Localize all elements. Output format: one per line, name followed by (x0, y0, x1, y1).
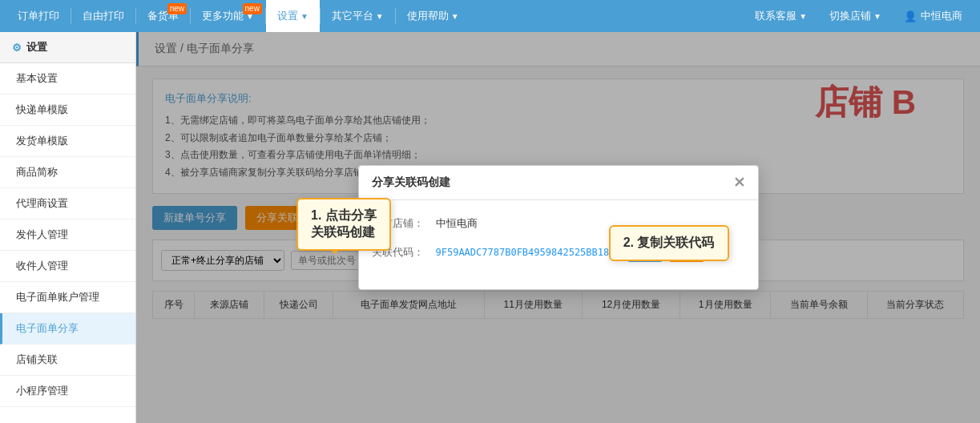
sidebar-item-mini-program[interactable]: 小程序管理 (0, 376, 135, 407)
nav-other-platform[interactable]: 其它平台 ▼ (321, 0, 395, 32)
sidebar: ⚙ 设置 基本设置 快递单模版 发货单模版 商品简称 代理商设置 发件人管理 收… (0, 32, 136, 423)
code-value: 9F59AADC7787B0FB4959842525BB18D2 (436, 247, 621, 258)
modal-title: 分享关联码创建 (372, 175, 450, 190)
nav-stock[interactable]: 备货单 new (136, 0, 190, 32)
sidebar-item-product-alias[interactable]: 商品简称 (0, 157, 135, 188)
modal-dialog: 分享关联码创建 ✕ 当前店铺： 中恒电商 关联代码： 9F59AADC7787B… (358, 165, 759, 290)
stock-badge: new (167, 3, 187, 14)
top-navigation: 订单打印 自由打印 备货单 new 更多功能 new ▼ 设置 ▼ 其它平台 ▼… (0, 0, 980, 32)
cs-chevron: ▼ (799, 12, 807, 21)
sidebar-item-sender[interactable]: 发件人管理 (0, 220, 135, 251)
tooltip-1: 1. 点击分享 关联码创建 (296, 198, 391, 251)
sidebar-item-electronic-account[interactable]: 电子面单账户管理 (0, 282, 135, 313)
nav-user[interactable]: 👤 中恒电商 (893, 0, 974, 32)
nav-free-print[interactable]: 自由打印 (71, 0, 135, 32)
more-badge: new (243, 3, 262, 14)
settings-chevron: ▼ (300, 12, 309, 21)
sidebar-header: ⚙ 设置 (0, 32, 135, 63)
user-icon: 👤 (904, 10, 917, 22)
modal-overlay: 分享关联码创建 ✕ 当前店铺： 中恒电商 关联代码： 9F59AADC7787B… (136, 32, 980, 423)
nav-switch-store[interactable]: 切换店铺 ▼ (818, 0, 893, 32)
nav-order-print[interactable]: 订单打印 (6, 0, 71, 32)
sidebar-item-basic[interactable]: 基本设置 (0, 63, 135, 95)
sidebar-item-delivery-template[interactable]: 发货单模版 (0, 126, 135, 157)
modal-header: 分享关联码创建 ✕ (359, 166, 758, 200)
main-content: 设置 / 电子面单分享 店铺 B 电子面单分享说明: 1、无需绑定店铺，即可将菜… (136, 32, 980, 423)
platform-chevron: ▼ (376, 12, 384, 21)
tooltip-2: 2. 复制关联代码 (609, 225, 729, 261)
sidebar-item-recipient[interactable]: 收件人管理 (0, 251, 135, 282)
nav-settings[interactable]: 设置 ▼ (266, 0, 320, 32)
modal-close-button[interactable]: ✕ (733, 175, 745, 190)
main-layout: ⚙ 设置 基本设置 快递单模版 发货单模版 商品简称 代理商设置 发件人管理 收… (0, 32, 980, 423)
sidebar-item-express-template[interactable]: 快递单模版 (0, 95, 135, 126)
top-nav-right: 联系客服 ▼ 切换店铺 ▼ 👤 中恒电商 (744, 0, 974, 32)
nav-more[interactable]: 更多功能 new ▼ (191, 0, 265, 32)
nav-customer-service[interactable]: 联系客服 ▼ (744, 0, 818, 32)
switch-chevron: ▼ (873, 12, 881, 21)
gear-icon: ⚙ (12, 42, 22, 54)
sidebar-item-agent[interactable]: 代理商设置 (0, 188, 135, 220)
help-chevron: ▼ (451, 12, 459, 21)
current-store-value: 中恒电商 (436, 216, 478, 231)
nav-help[interactable]: 使用帮助 ▼ (396, 0, 470, 32)
sidebar-item-electronic-share[interactable]: 电子面单分享 (0, 313, 135, 344)
modal-body: 当前店铺： 中恒电商 关联代码： 9F59AADC7787B0FB4959842… (359, 200, 758, 289)
sidebar-item-store-link[interactable]: 店铺关联 (0, 344, 135, 376)
